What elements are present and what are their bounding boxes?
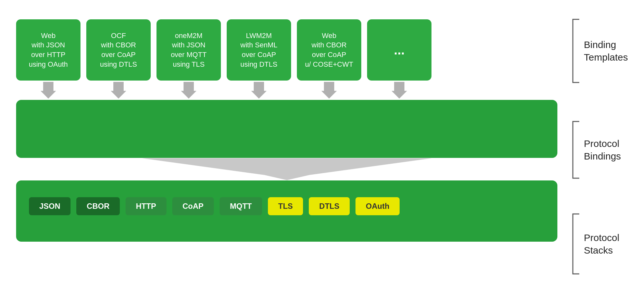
binding-templates-bracket: BindingTemplates (570, 19, 628, 83)
protocol-bindings-label: ProtocolBindings (584, 137, 621, 162)
arrow-down-1 (86, 82, 151, 99)
arrow-svg-5 (392, 82, 407, 99)
arrow-down-2 (156, 82, 221, 99)
protocol-stacks-label: ProtocolStacks (584, 231, 619, 256)
chip-mqtt: MQTT (220, 197, 262, 215)
svg-marker-7 (264, 175, 309, 180)
impl-chips: JSONCBORHTTPCoAPMQTTTLSDTLSOAuth (29, 197, 400, 215)
bracket-svg-protocol (570, 121, 580, 179)
binding-card-onem2m-json: oneM2Mwith JSONover MQTTusing TLS (156, 19, 221, 81)
chip-oauth: OAuth (355, 197, 400, 215)
arrows-row (16, 81, 557, 100)
funnel-arrow-svg (142, 158, 432, 180)
arrow-down-0 (16, 82, 80, 99)
binding-card-web-cbor: Webwith CBORover CoAPu/ COSE+CWT (297, 19, 361, 81)
bracket-svg-stacks (570, 213, 580, 275)
bracket-svg-binding (570, 19, 580, 83)
funnel-arrow (16, 158, 557, 180)
protocol-bindings-bracket: ProtocolBindings (570, 121, 621, 179)
implementation-box: JSONCBORHTTPCoAPMQTTTLSDTLSOAuth (16, 180, 557, 242)
diagram-main: Webwith JSONover HTTPusing OAuthOCFwith … (16, 6, 564, 284)
arrow-svg-0 (41, 82, 56, 99)
svg-marker-6 (142, 158, 432, 175)
protocol-stacks-label-group: ProtocolStacks (570, 213, 619, 275)
protocol-stacks-bracket: ProtocolStacks (570, 213, 619, 275)
arrow-down-4 (297, 82, 361, 99)
diagram-wrapper: Webwith JSONover HTTPusing OAuthOCFwith … (16, 6, 628, 284)
arrow-svg-3 (251, 82, 267, 99)
chip-cbor: CBOR (76, 197, 120, 215)
arrow-svg-2 (181, 82, 196, 99)
arrow-down-3 (227, 82, 291, 99)
right-labels: BindingTemplates ProtocolBindings Protoc… (564, 6, 628, 284)
chip-dtls: DTLS (309, 197, 350, 215)
binding-templates-label: BindingTemplates (584, 38, 628, 63)
chip-coap: CoAP (172, 197, 214, 215)
chip-tls: TLS (268, 197, 303, 215)
arrow-svg-4 (321, 82, 337, 99)
binding-card-web-json: Webwith JSONover HTTPusing OAuth (16, 19, 80, 81)
svg-marker-1 (111, 82, 126, 99)
wot-thing-description-box (16, 100, 557, 158)
binding-card-ellipsis: ... (367, 19, 431, 81)
svg-marker-2 (181, 82, 196, 99)
arrow-down-5 (367, 82, 431, 99)
svg-marker-3 (251, 82, 267, 99)
protocol-bindings-label-group: ProtocolBindings (570, 121, 621, 179)
svg-marker-0 (41, 82, 56, 99)
binding-card-lwm2m-senml: LWM2Mwith SenMLover CoAPusing DTLS (227, 19, 291, 81)
chip-json: JSON (29, 197, 71, 215)
binding-card-ocf-cbor: OCFwith CBORover CoAPusing DTLS (86, 19, 151, 81)
binding-templates-row: Webwith JSONover HTTPusing OAuthOCFwith … (16, 6, 557, 81)
chip-http: HTTP (126, 197, 166, 215)
arrow-svg-1 (111, 82, 126, 99)
binding-templates-label-group: BindingTemplates (570, 19, 628, 83)
svg-marker-5 (392, 82, 407, 99)
svg-marker-4 (321, 82, 337, 99)
